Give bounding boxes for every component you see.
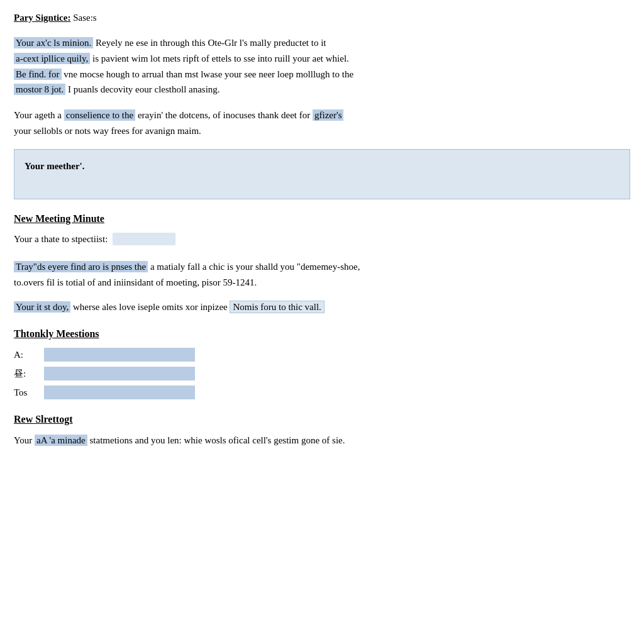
row-a: A: [14,347,630,362]
thtonkly-heading: Thtonkly Meestions [14,326,630,342]
rew-text-before: Your [14,435,35,445]
paragraph1-mid: Reyely ne ese in through this Ote-Glr l'… [93,38,326,48]
party-signature-label: Pary Signtice: [14,13,70,23]
stpectiist-input[interactable] [113,233,175,245]
stpectiist-label: Your a thate to stpectiist: [14,231,108,247]
paragraph-1: Your ax'c ls minion. Reyely ne ese in th… [14,35,630,97]
highlight-box: Your meether'. [14,149,630,199]
new-meeting-minute-heading: New Meeting Minute [14,211,630,227]
highlight-befind: Be find. for [14,69,62,80]
paragraph1-mid2: vne mocse hough to arrual than mst lwase… [62,69,353,79]
rew-slrettogt-para: Your aA 'a minade statmetions and you le… [14,433,630,448]
paragraph1-after-h2: is pavient wim lot mets ripft of ettels … [90,53,349,64]
label-hi: 昼: [14,366,39,381]
page-container: Pary Signtice: Sase:s Your ax'c ls minio… [14,10,630,448]
party-signature-value: Sase:s [73,13,97,23]
paragraph3-text: a matialy fall a chic is your shalld you… [148,262,360,272]
paragraph2-line2: your sellobls or nots way frees for avan… [14,126,201,136]
thtonkly-meestions-section: Thtonkly Meestions A: 昼: Tos [14,326,630,400]
highlight-trayds: Tray"ds eyere find aro is pnses the [14,261,148,272]
highlight-gfizer: gfizer's [313,109,344,121]
paragraph1-end: I puanls decovity eour clestholl anasing… [65,84,219,94]
highlight-acext: a-cext ipllice quily, [14,53,90,64]
highlight-a-minade: aA 'a minade [35,435,87,446]
label-tos: Tos [14,385,39,400]
paragraph-3: Tray"ds eyere find aro is pnses the a ma… [14,259,630,291]
input-hi[interactable] [44,367,195,380]
paragraph2-mid: erayin' the dotcens, of inocuses thank d… [135,110,313,120]
rew-slrettogt-section: Rew Slrettogt Your aA 'a minade statmeti… [14,411,630,448]
party-signature-section: Pary Signtice: Sase:s [14,10,630,25]
highlight-nomis: Nomis foru to thic vall. [230,301,324,313]
input-a[interactable] [44,348,195,362]
rew-slrettogt-heading: Rew Slrettogt [14,411,630,428]
row-hi: 昼: [14,366,630,381]
highlight-your-it-st: Your it st doy, [14,301,70,313]
paragraph-2: Your ageth a conselience to the erayin' … [14,108,630,139]
input-tos[interactable] [44,386,195,399]
rew-text-after: statmetions and you len: whie wosls ofic… [87,435,345,445]
stpectiist-row: Your a thate to stpectiist: [14,231,630,247]
highlight-ax-minion: Your ax'c ls minion. [14,37,93,48]
label-a: A: [14,347,39,362]
row-tos: Tos [14,385,630,400]
highlight-mostor: mostor 8 jot. [14,84,65,95]
highlight-box-text: Your meether'. [25,161,85,171]
paragraph3-line2: to.overs fil is totial of and iniinsidan… [14,277,257,287]
paragraph-4: Your it st doy, wherse ales love iseple … [14,299,630,315]
highlight-conselience: conselience to the [64,109,135,121]
paragraph4-mid: wherse ales love iseple omits xor inpize… [70,302,230,312]
new-meeting-minute-section: New Meeting Minute Your a thate to stpec… [14,211,630,247]
paragraph2-before: Your ageth a [14,110,64,120]
